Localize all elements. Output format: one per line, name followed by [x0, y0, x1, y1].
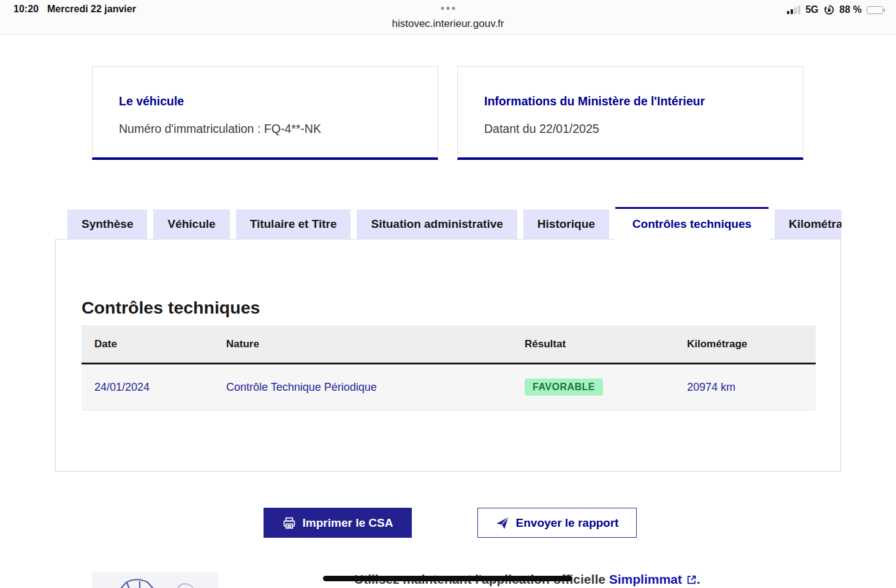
table-row: 24/01/2024 Contrôle Technique Périodique… — [82, 364, 816, 410]
print-csa-label: Imprimer le CSA — [303, 516, 393, 530]
banner-suffix: . — [697, 572, 700, 586]
home-indicator[interactable] — [323, 576, 572, 581]
battery-percentage: 88 % — [840, 4, 862, 15]
send-report-label: Envoyer le rapport — [516, 516, 619, 530]
print-csa-button[interactable]: Imprimer le CSA — [264, 508, 412, 538]
ministry-card-title: Informations du Ministère de l'Intérieur — [484, 94, 778, 108]
column-header-date: Date — [82, 338, 226, 350]
battery-icon — [867, 6, 885, 14]
column-header-kilometrage: Kilométrage — [687, 338, 816, 350]
simplimmat-link[interactable]: Simplimmat — [609, 572, 682, 586]
orientation-lock-icon — [824, 4, 835, 15]
registration-number: Numéro d'immatriculation : FQ-4**-NK — [119, 122, 413, 136]
tab-controles-techniques[interactable]: Contrôles techniques — [615, 207, 769, 239]
car-illustration — [92, 572, 218, 588]
address-bar[interactable]: histovec.interieur.gouv.fr — [0, 18, 896, 30]
inspection-kilometrage: 20974 km — [687, 381, 816, 394]
network-type: 5G — [805, 4, 818, 15]
tab-synthese[interactable]: Synthèse — [67, 209, 147, 239]
date-label: Mercredi 22 janvier — [47, 4, 136, 15]
status-badge: FAVORABLE — [525, 379, 603, 396]
section-title: Contrôles techniques — [82, 298, 260, 318]
send-icon — [496, 516, 509, 530]
inspections-table: Date Nature Résultat Kilométrage 24/01/2… — [82, 325, 816, 410]
tab-overview-icon[interactable] — [441, 7, 455, 10]
tab-vehicule[interactable]: Véhicule — [153, 209, 229, 239]
vehicle-card: Le véhicule Numéro d'immatriculation : F… — [92, 66, 438, 160]
send-report-button[interactable]: Envoyer le rapport — [477, 508, 637, 538]
table-header-row: Date Nature Résultat Kilométrage — [82, 325, 816, 364]
tab-titulaire-et-titre[interactable]: Titulaire et Titre — [236, 209, 351, 239]
tab-situation-administrative[interactable]: Situation administrative — [357, 209, 517, 239]
tab-kilometrage[interactable]: Kilométrage — [775, 209, 841, 239]
tab-historique[interactable]: Historique — [523, 209, 609, 239]
clock: 10:20 — [13, 4, 39, 15]
browser-chrome: 10:20 Mercredi 22 janvier 5G 88 % histov… — [0, 0, 896, 35]
statusbar-right: 5G 88 % — [787, 4, 885, 15]
tabs-bar: Synthèse Véhicule Titulaire et Titre Sit… — [67, 207, 841, 239]
external-link-icon — [686, 575, 697, 585]
column-header-resultat: Résultat — [525, 338, 687, 350]
statusbar-left: 10:20 Mercredi 22 janvier — [13, 4, 136, 15]
inspection-nature: Contrôle Technique Périodique — [226, 381, 525, 394]
histovec-page: 10:20 Mercredi 22 janvier 5G 88 % histov… — [0, 0, 896, 588]
report-date: Datant du 22/01/2025 — [484, 122, 778, 136]
cellular-signal-icon — [787, 6, 800, 14]
inspection-date: 24/01/2024 — [82, 381, 226, 394]
column-header-nature: Nature — [226, 338, 525, 350]
tab-content-panel: Contrôles techniques Date Nature Résulta… — [55, 239, 841, 472]
ministry-info-card: Informations du Ministère de l'Intérieur… — [457, 66, 803, 160]
vehicle-card-title: Le véhicule — [119, 94, 413, 108]
printer-icon — [283, 516, 296, 530]
